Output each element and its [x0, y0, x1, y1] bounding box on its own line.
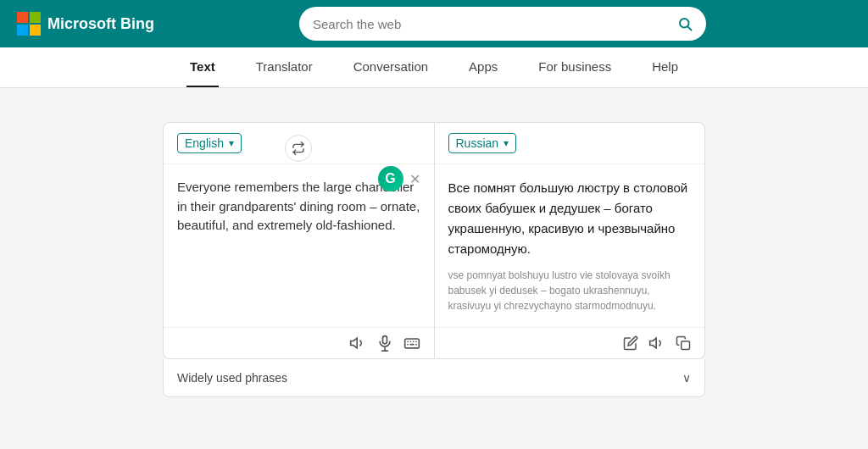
right-lang-selector[interactable]: Russian ▾ [448, 133, 517, 153]
mic-icon [376, 335, 393, 352]
right-lang-label: Russian [456, 136, 499, 150]
right-panel-body: Все помнят большую люстру в столовой сво… [435, 164, 705, 327]
search-bar-container [154, 7, 851, 41]
speaker-icon [349, 335, 366, 352]
panels: English ▾ Everyone remembers the large c… [163, 122, 705, 359]
swap-icon [292, 141, 305, 155]
svg-rect-19 [682, 341, 690, 350]
mic-button[interactable] [376, 335, 393, 352]
svg-rect-7 [382, 336, 387, 344]
phrases-row[interactable]: Widely used phrases ∨ [163, 359, 705, 397]
translator-container: English ▾ Everyone remembers the large c… [163, 122, 705, 397]
right-panel: Russian ▾ Все помнят большую люстру в ст… [435, 122, 706, 359]
left-panel-body: Everyone remembers the large chandelier … [164, 164, 434, 327]
transliteration-text: vse pomnyat bolshuyu lustro vie stolovay… [448, 268, 692, 313]
search-button[interactable] [677, 16, 693, 31]
search-input[interactable] [313, 17, 670, 31]
svg-rect-10 [404, 339, 419, 348]
svg-rect-3 [30, 25, 41, 36]
speaker-right-icon [648, 335, 665, 352]
header: Microsoft Bing [0, 0, 868, 47]
right-panel-header: Russian ▾ [435, 123, 705, 164]
svg-line-5 [687, 26, 691, 30]
svg-marker-18 [650, 338, 657, 348]
search-icon [677, 16, 693, 31]
logo-text: Microsoft Bing [47, 15, 154, 33]
swap-languages-button[interactable] [285, 135, 312, 162]
phrases-chevron-icon: ∨ [682, 371, 691, 385]
copy-button[interactable] [676, 335, 691, 351]
right-lang-chevron-icon: ▾ [504, 137, 509, 149]
svg-rect-1 [30, 12, 41, 23]
svg-rect-2 [17, 25, 28, 36]
speaker-right-button[interactable] [648, 335, 665, 352]
svg-marker-6 [350, 338, 357, 348]
nav-item-translator[interactable]: Translator [253, 47, 316, 87]
edit-button[interactable] [623, 335, 638, 351]
ms-logo-icon [17, 12, 41, 36]
grammarly-icon[interactable]: G [378, 166, 403, 191]
main-content: English ▾ Everyone remembers the large c… [0, 88, 868, 431]
svg-rect-0 [17, 12, 28, 23]
source-text-input[interactable]: Everyone remembers the large chandelier … [177, 178, 420, 280]
copy-icon [676, 335, 691, 351]
translated-text: Все помнят большую люстру в столовой сво… [448, 178, 692, 259]
left-lang-selector[interactable]: English ▾ [177, 133, 242, 153]
left-lang-chevron-icon: ▾ [229, 137, 234, 149]
grammarly-letter: G [385, 169, 395, 189]
keyboard-icon [403, 335, 420, 352]
left-panel: English ▾ Everyone remembers the large c… [163, 122, 435, 359]
keyboard-button[interactable] [403, 335, 420, 352]
nav-item-help[interactable]: Help [648, 47, 682, 87]
left-panel-footer [164, 327, 434, 358]
phrases-label: Widely used phrases [177, 371, 287, 385]
nav-item-apps[interactable]: Apps [465, 47, 501, 87]
speaker-button[interactable] [349, 335, 366, 352]
edit-icon [623, 335, 638, 351]
left-lang-label: English [185, 136, 224, 150]
search-bar [299, 7, 706, 41]
nav-item-conversation[interactable]: Conversation [350, 47, 431, 87]
nav-item-text[interactable]: Text [186, 47, 219, 87]
right-panel-footer [435, 327, 705, 358]
logo-area: Microsoft Bing [17, 12, 154, 36]
nav-bar: Text Translator Conversation Apps For bu… [0, 47, 868, 88]
nav-item-for-business[interactable]: For business [535, 47, 615, 87]
swap-btn-container [285, 135, 312, 162]
clear-button[interactable]: ✕ [409, 171, 420, 187]
